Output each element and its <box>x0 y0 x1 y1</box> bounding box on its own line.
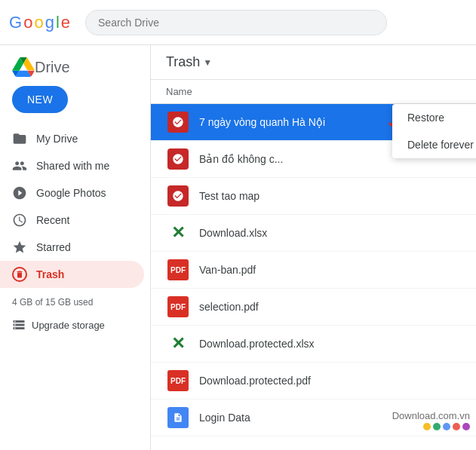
table-row[interactable]: 7 ngày vòng quanh Hà Nội Restore Delete … <box>151 104 476 141</box>
photos-icon <box>12 185 27 201</box>
table-row[interactable]: PDF selection.pdf <box>151 289 476 326</box>
app-container: Google Drive NEW <box>0 0 476 450</box>
file-icon: ✕ <box>166 221 190 245</box>
content-header: Trash ▼ <box>151 45 476 80</box>
file-icon <box>166 184 190 208</box>
file-name: Van-ban.pdf <box>199 264 256 276</box>
file-name: Login Data <box>199 412 250 424</box>
watermark-text: Download.com.vn <box>392 410 470 421</box>
sidebar-item-photos[interactable]: Google Photos <box>0 179 144 207</box>
sidebar-item-label: Google Photos <box>36 187 106 199</box>
title-text: Trash <box>166 54 200 70</box>
file-name: Bản đồ không c... <box>199 153 283 165</box>
sidebar: Drive NEW My Drive Shared with me <box>0 45 151 450</box>
folder-icon <box>12 131 27 146</box>
sidebar-item-label: Shared with me <box>36 160 109 172</box>
file-icon: ✕ <box>166 332 190 356</box>
file-list-header: Name <box>151 80 476 104</box>
main-area: Drive NEW My Drive Shared with me <box>0 45 476 450</box>
sidebar-item-label: My Drive <box>36 133 78 145</box>
sidebar-item-trash[interactable]: Trash <box>0 261 144 288</box>
file-icon <box>166 147 190 171</box>
new-button[interactable]: NEW <box>12 86 68 113</box>
file-icon: PDF <box>166 295 190 319</box>
storage-text: 4 GB of 15 GB used <box>12 297 138 308</box>
table-row[interactable]: Test tao map <box>151 178 476 215</box>
table-row[interactable]: ✕ Download.protected.xlsx <box>151 326 476 363</box>
sidebar-item-label: Trash <box>36 268 64 280</box>
search-input[interactable] <box>85 10 387 35</box>
google-logo: Google <box>9 13 70 32</box>
trash-icon <box>12 267 27 282</box>
restore-menu-item[interactable]: Restore <box>392 104 476 131</box>
sidebar-item-label: Recent <box>36 214 69 226</box>
column-name: Name <box>166 86 192 97</box>
storage-icon <box>12 318 26 332</box>
file-icon <box>166 110 190 134</box>
file-name: Download.protected.pdf <box>199 375 311 387</box>
file-name: Test tao map <box>199 190 259 202</box>
watermark: Download.com.vn <box>392 409 470 430</box>
chevron-down-icon[interactable]: ▼ <box>203 57 212 68</box>
dot <box>423 423 431 430</box>
top-bar: Google <box>0 0 476 45</box>
content-title: Trash ▼ <box>166 54 212 70</box>
sidebar-item-label: Starred <box>36 241 71 253</box>
file-name: Download.xlsx <box>199 227 267 239</box>
search-bar[interactable] <box>85 10 387 35</box>
file-name: 7 ngày vòng quanh Hà Nội <box>199 116 325 128</box>
table-row[interactable]: PDF Download.protected.pdf <box>151 363 476 399</box>
file-name: selection.pdf <box>199 301 259 313</box>
star-icon <box>12 240 27 255</box>
dot <box>443 423 450 430</box>
drive-title: Drive <box>35 59 70 76</box>
content-area: Trash ▼ Name 7 ngày vòng quanh Hà Nội <box>151 45 476 450</box>
clock-icon <box>12 213 27 228</box>
drive-logo-row: Drive <box>0 51 150 80</box>
table-row[interactable]: ✕ Download.xlsx <box>151 215 476 252</box>
file-list: 7 ngày vòng quanh Hà Nội Restore Delete … <box>151 104 476 436</box>
file-icon <box>166 406 190 430</box>
dot <box>462 423 470 430</box>
file-name: Download.protected.xlsx <box>199 338 315 350</box>
sidebar-item-starred[interactable]: Starred <box>0 234 144 261</box>
upgrade-label: Upgrade storage <box>32 320 105 331</box>
file-icon: PDF <box>166 258 190 282</box>
dot <box>433 423 441 430</box>
sidebar-item-my-drive[interactable]: My Drive <box>0 125 144 152</box>
storage-section: 4 GB of 15 GB used Upgrade storage <box>0 288 150 345</box>
drive-logo-icon <box>12 57 35 77</box>
file-icon: PDF <box>166 369 190 393</box>
sidebar-item-recent[interactable]: Recent <box>0 207 144 234</box>
table-row[interactable]: PDF Van-ban.pdf <box>151 252 476 289</box>
people-icon <box>12 158 27 173</box>
watermark-dots <box>392 423 470 430</box>
context-menu: Restore Delete forever <box>392 104 476 158</box>
delete-forever-menu-item[interactable]: Delete forever <box>392 131 476 158</box>
dot <box>453 423 460 430</box>
sidebar-item-shared[interactable]: Shared with me <box>0 152 144 179</box>
upgrade-storage-button[interactable]: Upgrade storage <box>12 314 138 336</box>
